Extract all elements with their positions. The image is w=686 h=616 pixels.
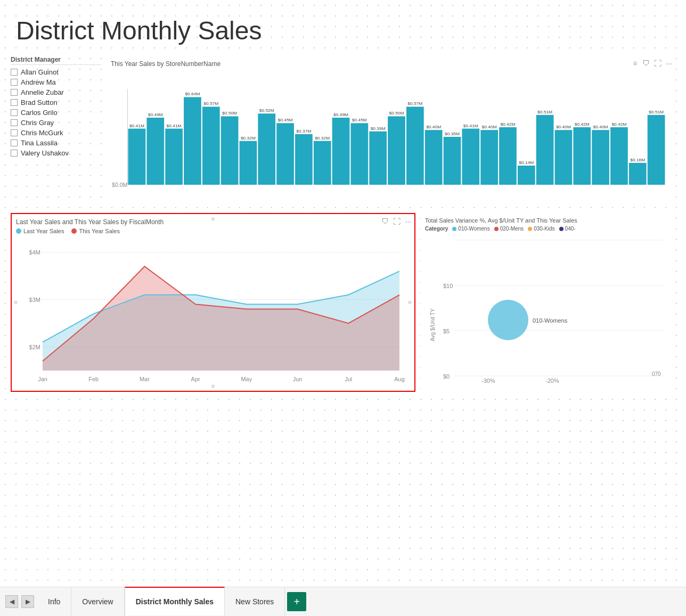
line-chart-panel[interactable]: ≡ ≡ ≡ ≡ ⛉ ⛶ ··· Last Year Sales and This… bbox=[11, 213, 415, 392]
bar-rect[interactable] bbox=[351, 123, 369, 185]
040-dot bbox=[559, 227, 564, 231]
bar-rect[interactable] bbox=[388, 116, 405, 185]
slicer-checkbox[interactable] bbox=[11, 129, 18, 136]
bar-rect[interactable] bbox=[258, 113, 275, 185]
svg-text:$0.50M: $0.50M bbox=[222, 111, 237, 116]
line-chart-svg: $2M$3M$4MJanFebMarAprMayJunJulAug bbox=[16, 237, 410, 387]
bar-rect[interactable] bbox=[221, 116, 239, 185]
bar-rect[interactable] bbox=[480, 130, 498, 185]
svg-text:$0.64M: $0.64M bbox=[185, 92, 200, 97]
slicer-item[interactable]: Annelie Zubar bbox=[11, 88, 101, 96]
more-icon[interactable]: ··· bbox=[666, 59, 672, 68]
more-icon[interactable]: ··· bbox=[405, 217, 411, 226]
bar-rect[interactable] bbox=[629, 163, 647, 185]
filter-icon[interactable]: ⛉ bbox=[642, 59, 650, 68]
slicer-checkbox[interactable] bbox=[11, 150, 18, 157]
bubble-womens[interactable] bbox=[488, 300, 528, 340]
slicer-item[interactable]: Allan Guinot bbox=[11, 68, 101, 76]
bar-rect[interactable] bbox=[240, 141, 257, 185]
slicer-checkbox[interactable] bbox=[11, 89, 18, 96]
slicer-item[interactable]: Chris McGurk bbox=[11, 129, 101, 137]
tab-nav-prev[interactable]: ◀ bbox=[5, 595, 18, 608]
tab-new-stores[interactable]: New Stores bbox=[225, 587, 285, 616]
svg-text:Jan: Jan bbox=[38, 376, 47, 382]
svg-text:$0: $0 bbox=[443, 373, 450, 380]
bar-rect[interactable] bbox=[536, 115, 554, 185]
bar-rect[interactable] bbox=[406, 106, 424, 185]
expand-icon[interactable]: ⛶ bbox=[393, 217, 401, 226]
bar-rect[interactable] bbox=[165, 129, 183, 185]
svg-text:-30%: -30% bbox=[481, 377, 495, 384]
slicer-item[interactable]: Chris Gray bbox=[11, 119, 101, 127]
tab-bar: ◀ ▶ InfoOverviewDistrict Monthly SalesNe… bbox=[0, 587, 686, 616]
slicer-item[interactable]: Valery Ushakov bbox=[11, 149, 101, 157]
svg-text:$0.42M: $0.42M bbox=[611, 122, 626, 127]
bar-rect[interactable] bbox=[184, 97, 201, 185]
top-content-row: District Manager Allan GuinotAndrew MaAn… bbox=[11, 56, 675, 205]
slicer-checkbox[interactable] bbox=[11, 139, 18, 146]
slicer-item[interactable]: Brad Sutton bbox=[11, 98, 101, 106]
svg-text:$0.49M: $0.49M bbox=[333, 112, 348, 117]
scatter-svg: $0 $5 $10 Avg $/Unit TY -30% -20% bbox=[425, 235, 671, 384]
tab-overview[interactable]: Overview bbox=[71, 587, 124, 616]
slicer-item[interactable]: Carlos Grilo bbox=[11, 109, 101, 117]
slicer-item[interactable]: Andrew Ma bbox=[11, 78, 101, 86]
slicer-checkbox[interactable] bbox=[11, 119, 18, 126]
slicer-item-label: Valery Ushakov bbox=[21, 149, 69, 157]
bar-rect[interactable] bbox=[128, 129, 146, 185]
bar-rect[interactable] bbox=[146, 118, 164, 185]
tab-info[interactable]: Info bbox=[37, 587, 71, 616]
filter-icon[interactable]: ⛉ bbox=[381, 217, 389, 226]
bar-rect[interactable] bbox=[610, 127, 628, 185]
page-background: District Monthly Sales District Manager … bbox=[0, 0, 686, 616]
bar-rect[interactable] bbox=[332, 118, 350, 185]
svg-text:$0.39M: $0.39M bbox=[371, 126, 386, 131]
bar-rect[interactable] bbox=[369, 132, 387, 185]
scatter-legend-womens: 010-Womens bbox=[452, 226, 489, 232]
last-year-dot bbox=[16, 228, 21, 234]
slicer-checkbox[interactable] bbox=[11, 69, 18, 76]
svg-text:$0.52M: $0.52M bbox=[259, 108, 274, 113]
bar-rect[interactable] bbox=[499, 127, 517, 185]
slicer-checkbox[interactable] bbox=[11, 79, 18, 86]
expand-icon[interactable]: ⛶ bbox=[654, 59, 662, 68]
svg-text:Aug: Aug bbox=[394, 376, 405, 382]
bar-rect[interactable] bbox=[462, 129, 479, 185]
slicer-item-label: Brad Sutton bbox=[21, 98, 58, 106]
bar-rect[interactable] bbox=[592, 130, 609, 185]
bar-rect[interactable] bbox=[276, 123, 294, 185]
scatter-legend-mens: 020-Mens bbox=[494, 226, 524, 232]
slicer-item-label: Chris McGurk bbox=[21, 129, 63, 137]
tab-items-container: InfoOverviewDistrict Monthly SalesNew St… bbox=[37, 587, 285, 616]
tab-district-monthly-sales[interactable]: District Monthly Sales bbox=[125, 587, 225, 615]
tab-nav-next[interactable]: ▶ bbox=[21, 595, 34, 608]
bar-rect[interactable] bbox=[518, 166, 535, 185]
svg-text:May: May bbox=[241, 376, 252, 382]
bar-rect[interactable] bbox=[444, 137, 461, 185]
bar-rect[interactable] bbox=[314, 141, 331, 185]
bar-rect[interactable] bbox=[295, 134, 313, 185]
slicer-item-label: Chris Gray bbox=[21, 119, 54, 127]
bottom-content-row: ≡ ≡ ≡ ≡ ⛉ ⛶ ··· Last Year Sales and This… bbox=[11, 213, 675, 392]
slicer-title: District Manager bbox=[11, 56, 101, 65]
mens-label: 020-Mens bbox=[500, 226, 524, 232]
bar-rect[interactable] bbox=[555, 130, 573, 185]
bar-rect[interactable] bbox=[648, 115, 665, 185]
scatter-chart-panel: Total Sales Variance %, Avg $/Unit TY an… bbox=[421, 213, 675, 392]
slicer-item[interactable]: Tina Lassila bbox=[11, 139, 101, 147]
slicer-item-label: Allan Guinot bbox=[21, 68, 59, 76]
scatter-legend-kids: 030-Kids bbox=[528, 226, 554, 232]
womens-dot bbox=[452, 227, 456, 231]
bar-rect[interactable] bbox=[573, 127, 591, 185]
this-year-dot bbox=[71, 228, 77, 234]
scatter-chart-legend: Category 010-Womens 020-Mens 030-Kids bbox=[425, 226, 671, 232]
svg-text:$0.42M: $0.42M bbox=[500, 122, 515, 127]
slicer-checkbox[interactable] bbox=[11, 99, 18, 106]
slicer-checkbox[interactable] bbox=[11, 109, 18, 116]
svg-text:$0.0M: $0.0M bbox=[112, 182, 127, 188]
bar-chart-panel: This Year Sales by StoreNumberName ≡ ⛉ ⛶… bbox=[107, 56, 675, 205]
bar-rect[interactable] bbox=[202, 106, 220, 185]
drag-icon: ≡ bbox=[633, 59, 638, 68]
bar-rect[interactable] bbox=[425, 130, 443, 185]
add-tab-button[interactable]: + bbox=[287, 592, 306, 611]
